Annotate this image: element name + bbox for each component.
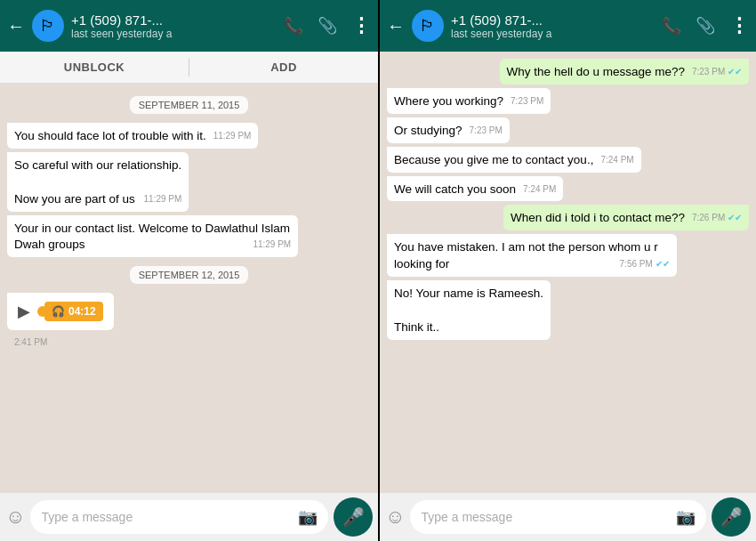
left-contact-status: last seen yesterday a bbox=[71, 28, 277, 40]
right-msg-7-check: ✔✔ bbox=[655, 259, 670, 269]
left-msg-2: So careful with our relationship.Now you… bbox=[7, 152, 189, 212]
left-avatar: 🏳 bbox=[32, 10, 64, 42]
left-voice-msg: ▶ 🎧 04:12 bbox=[7, 293, 114, 330]
left-msg-1-text: You should face lot of trouble with it. bbox=[14, 129, 206, 142]
right-chat-area: Why the hell do u message me?? 7:23 PM ✔… bbox=[380, 52, 756, 493]
right-msg-3-text: Or studying? bbox=[394, 124, 462, 137]
right-mic-button[interactable]: 🎤 bbox=[712, 497, 751, 537]
right-msg-4-text: Because you give me to contact you., bbox=[394, 153, 593, 166]
left-chat-area: SEPTEMBER 11, 2015 You should face lot o… bbox=[0, 84, 378, 493]
right-more-icon[interactable]: ⋮ bbox=[729, 14, 749, 37]
right-msg-6-text: When did i told i to contact me?? bbox=[511, 211, 685, 224]
right-msg-5: We will catch you soon 7:24 PM bbox=[387, 176, 563, 202]
right-msg-8-text: No! Your name is Rameesh.Think it.. bbox=[394, 287, 543, 334]
left-more-icon[interactable]: ⋮ bbox=[351, 14, 371, 37]
right-avatar-flag: 🏳 bbox=[420, 17, 436, 36]
right-msg-6: When did i told i to contact me?? 7:26 P… bbox=[503, 205, 749, 230]
right-camera-icon[interactable]: 📷 bbox=[676, 507, 696, 527]
left-action-bar: UNBLOCK ADD bbox=[0, 52, 378, 84]
right-header-info: +1 (509) 871-... last seen yesterday a bbox=[451, 12, 655, 40]
right-msg-1: Why the hell do u message me?? 7:23 PM ✔… bbox=[500, 59, 749, 85]
left-msg-3: Your in our contact list. Welcome to Daw… bbox=[7, 215, 298, 258]
right-back-button[interactable]: ← bbox=[387, 16, 405, 36]
right-header-icons: 📞 📎 ⋮ bbox=[662, 14, 749, 37]
right-avatar: 🏳 bbox=[412, 10, 444, 42]
left-input-bar: ☺ Type a message 📷 🎤 bbox=[0, 493, 378, 541]
left-date-badge-1: SEPTEMBER 11, 2015 bbox=[130, 96, 249, 114]
left-back-button[interactable]: ← bbox=[7, 16, 25, 36]
left-play-button[interactable]: ▶ bbox=[18, 302, 30, 321]
left-panel: ← 🏳 +1 (509) 871-... last seen yesterday… bbox=[0, 0, 378, 541]
left-msg-2-time: 11:29 PM bbox=[144, 193, 182, 206]
left-header: ← 🏳 +1 (509) 871-... last seen yesterday… bbox=[0, 0, 378, 52]
right-msg-1-time: 7:23 PM ✔✔ bbox=[692, 66, 742, 78]
right-msg-7-time: 7:56 PM ✔✔ bbox=[620, 258, 670, 270]
right-msg-5-text: We will catch you soon bbox=[394, 182, 516, 196]
right-emoji-button[interactable]: ☺ bbox=[385, 505, 405, 529]
left-voice-time: 2:41 PM bbox=[14, 337, 371, 347]
left-input-placeholder: Type a message bbox=[41, 510, 133, 524]
right-panel: ← 🏳 +1 (509) 871-... last seen yesterday… bbox=[378, 0, 756, 541]
left-msg-1-time: 11:29 PM bbox=[213, 130, 252, 142]
right-mic-icon: 🎤 bbox=[720, 506, 743, 528]
right-msg-3: Or studying? 7:23 PM bbox=[387, 117, 510, 143]
right-msg-7-text: You have mistaken. I am not the person w… bbox=[394, 240, 658, 270]
left-clip-icon[interactable]: 📎 bbox=[318, 16, 337, 36]
unblock-button[interactable]: UNBLOCK bbox=[0, 52, 189, 83]
left-voice-duration: 04:12 bbox=[68, 305, 96, 318]
left-header-info: +1 (509) 871-... last seen yesterday a bbox=[71, 12, 277, 40]
left-progress-dot bbox=[37, 306, 48, 317]
right-msg-8: No! Your name is Rameesh.Think it.. bbox=[387, 280, 551, 340]
right-msg-1-text: Why the hell do u message me?? bbox=[507, 65, 685, 78]
left-header-icons: 📞 📎 ⋮ bbox=[284, 14, 371, 37]
right-msg-4: Because you give me to contact you., 7:2… bbox=[387, 147, 641, 173]
right-phone-icon[interactable]: 📞 bbox=[662, 16, 681, 36]
right-msg-2-time: 7:23 PM bbox=[511, 95, 543, 108]
right-input-placeholder: Type a message bbox=[421, 510, 512, 524]
right-msg-6-time: 7:26 PM ✔✔ bbox=[692, 212, 742, 224]
right-msg-5-time: 7:24 PM bbox=[523, 183, 556, 196]
left-mic-icon: 🎤 bbox=[342, 506, 365, 528]
right-clip-icon[interactable]: 📎 bbox=[696, 16, 715, 36]
right-msg-7: You have mistaken. I am not the person w… bbox=[387, 234, 677, 277]
left-phone-icon[interactable]: 📞 bbox=[284, 16, 303, 36]
right-msg-2-text: Where you working? bbox=[394, 94, 503, 108]
right-contact-status: last seen yesterday a bbox=[451, 28, 655, 40]
left-msg-1: You should face lot of trouble with it. … bbox=[7, 123, 258, 149]
left-contact-name: +1 (509) 871-... bbox=[71, 12, 277, 28]
right-msg-6-check: ✔✔ bbox=[728, 213, 742, 222]
left-avatar-flag: 🏳 bbox=[40, 17, 56, 36]
right-input-bar: ☺ Type a message 📷 🎤 bbox=[380, 493, 756, 541]
left-msg-3-time: 11:29 PM bbox=[253, 238, 291, 251]
right-header: ← 🏳 +1 (509) 871-... last seen yesterday… bbox=[380, 0, 756, 52]
left-mic-button[interactable]: 🎤 bbox=[334, 497, 373, 537]
left-emoji-button[interactable]: ☺ bbox=[5, 505, 25, 529]
right-msg-1-check: ✔✔ bbox=[728, 67, 742, 77]
right-msg-3-time: 7:23 PM bbox=[470, 125, 503, 137]
left-msg-3-text: Your in our contact list. Welcome to Daw… bbox=[14, 222, 290, 252]
right-message-input[interactable]: Type a message 📷 bbox=[410, 500, 706, 534]
right-contact-name: +1 (509) 871-... bbox=[451, 12, 655, 28]
right-msg-4-time: 7:24 PM bbox=[600, 154, 633, 166]
left-date-badge-2: SEPTEMBER 12, 2015 bbox=[130, 266, 249, 284]
left-voice-badge: 🎧 04:12 bbox=[44, 302, 103, 321]
right-msg-2: Where you working? 7:23 PM bbox=[387, 88, 551, 114]
left-message-input[interactable]: Type a message 📷 bbox=[30, 500, 328, 534]
add-button[interactable]: ADD bbox=[189, 52, 378, 83]
headphone-icon: 🎧 bbox=[52, 305, 65, 318]
left-camera-icon[interactable]: 📷 bbox=[298, 507, 318, 527]
